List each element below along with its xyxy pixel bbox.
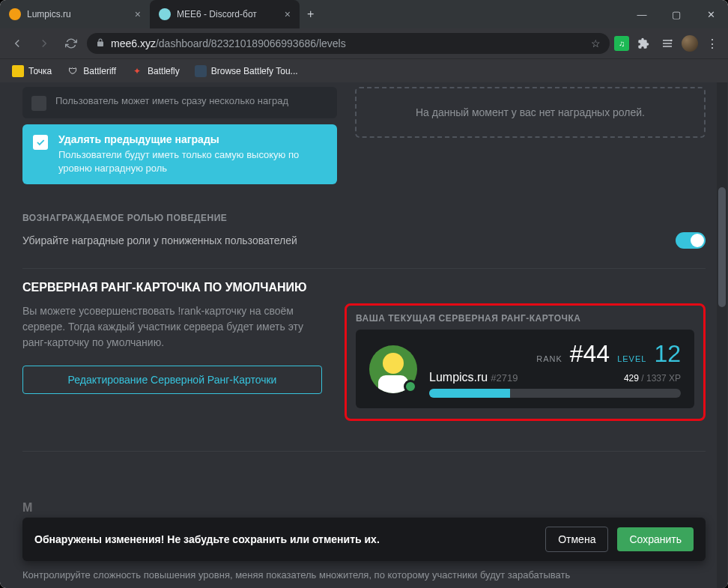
bookmark-icon (195, 65, 207, 77)
reload-button[interactable] (60, 32, 82, 55)
forward-button[interactable] (33, 32, 55, 55)
bookmark-label: Battleriff (83, 66, 116, 76)
rank-card-preview-container: ВАША ТЕКУЩАЯ СЕРВЕРНАЯ РАНГ-КАРТОЧКА RAN… (345, 303, 706, 421)
tab-title: Lumpics.ru (27, 9, 129, 19)
browser-window: Lumpics.ru × MEE6 - Discord-бот × + — ▢ … (0, 0, 728, 588)
extensions-icon[interactable] (634, 34, 653, 53)
close-icon[interactable]: × (135, 8, 141, 20)
toggle-behavior[interactable] (676, 232, 706, 249)
star-icon[interactable]: ☆ (591, 37, 601, 49)
back-button[interactable] (6, 32, 28, 55)
checkbox-checked-icon (33, 135, 48, 150)
option-remove-previous[interactable]: Удалять предыдущие награды Пользователи … (22, 124, 337, 184)
extension-icon[interactable]: ♫ (614, 36, 629, 51)
bookmark-icon: 🛡 (67, 65, 79, 77)
xp-text: 429 / 1337 XP (624, 373, 681, 384)
section-heading-behavior: ВОЗНАГРАЖДАЕМОЕ РОЛЬЮ ПОВЕДЕНИЕ (22, 213, 706, 223)
minimize-icon[interactable]: — (625, 0, 659, 28)
option-stacked-rewards[interactable]: Пользователь может иметь сразу несколько… (22, 87, 337, 118)
bookmark-label: Battlefly (148, 66, 180, 76)
bookmark-item[interactable]: 🛡Battleriff (61, 62, 122, 80)
url-domain: mee6.xyz/dashboard/823210189066993686/le… (111, 37, 346, 49)
divider (22, 268, 706, 269)
level-label: LEVEL (617, 354, 646, 363)
bookmark-label: Browse Battlefy Tou... (211, 66, 298, 76)
divider (22, 451, 706, 452)
bookmark-label: Точка (28, 66, 52, 76)
multiplier-desc: Контролируйте сложность повышения уровня… (22, 569, 706, 581)
bookmark-item[interactable]: Точка (6, 62, 58, 80)
section-heading-multiplier: М (22, 501, 32, 515)
new-tab-button[interactable]: + (300, 0, 321, 28)
maximize-icon[interactable]: ▢ (659, 0, 694, 28)
bookmark-icon (12, 65, 24, 77)
tab-inactive[interactable]: Lumpics.ru × (0, 0, 150, 28)
page-content: Пользователь может иметь сразу несколько… (0, 82, 728, 588)
rank-card: RANK #44 LEVEL 12 Lumpics.ru#2719 429 / … (356, 330, 694, 408)
lock-icon (96, 37, 105, 49)
bookmark-icon: ✦ (131, 65, 143, 77)
checkbox-empty-icon (31, 96, 46, 111)
titlebar: Lumpics.ru × MEE6 - Discord-бот × + — ▢ … (0, 0, 728, 28)
option-desc: Пользователи будут иметь только самую вы… (58, 148, 327, 175)
avatar (369, 345, 417, 393)
media-icon[interactable] (658, 34, 677, 53)
save-bar-message: Обнаружены изменения! Не забудьте сохран… (34, 533, 536, 545)
avatar[interactable] (682, 35, 698, 52)
address-bar: mee6.xyz/dashboard/823210189066993686/le… (0, 28, 728, 58)
option-desc: Пользователь может иметь сразу несколько… (55, 94, 288, 108)
xp-progress-bar (429, 389, 681, 398)
rank-value: #44 (570, 340, 610, 368)
bookmarks-bar: Точка 🛡Battleriff ✦Battlefly Browse Batt… (0, 58, 728, 82)
tab-title: MEE6 - Discord-бот (177, 9, 279, 19)
favicon-icon (9, 8, 21, 20)
rank-desc: Вы можете усовершенствовать !rank-карточ… (22, 303, 322, 351)
bookmark-item[interactable]: Browse Battlefy Tou... (189, 62, 304, 80)
section-heading-rank: СЕРВЕРНАЯ РАНГ-КАРТОЧКА ПО УМОЛЧАНИЮ (0, 281, 728, 303)
cancel-button[interactable]: Отмена (545, 527, 608, 552)
username: Lumpics.ru#2719 (429, 371, 518, 384)
scrollbar[interactable] (717, 82, 727, 588)
window-controls: — ▢ ✕ (625, 0, 728, 28)
empty-roles-placeholder: На данный момент у вас нет наградных рол… (355, 87, 706, 138)
scroll-thumb[interactable] (718, 187, 726, 307)
favicon-icon (159, 8, 171, 20)
unsaved-changes-bar: Обнаружены изменения! Не забудьте сохран… (22, 518, 706, 561)
close-icon[interactable]: ✕ (694, 0, 728, 28)
menu-icon[interactable]: ⋮ (703, 34, 722, 53)
rank-label: RANK (536, 354, 562, 363)
close-icon[interactable]: × (285, 8, 291, 20)
omnibox[interactable]: mee6.xyz/dashboard/823210189066993686/le… (87, 33, 610, 54)
option-title: Удалять предыдущие награды (58, 133, 327, 145)
rank-card-title: ВАША ТЕКУЩАЯ СЕРВЕРНАЯ РАНГ-КАРТОЧКА (356, 313, 694, 324)
tab-active[interactable]: MEE6 - Discord-бот × (150, 0, 300, 28)
save-button[interactable]: Сохранить (617, 527, 694, 551)
level-value: 12 (654, 340, 681, 368)
bookmark-item[interactable]: ✦Battlefly (125, 62, 186, 80)
behavior-label: Убирайте наградные роли у пониженных пол… (22, 234, 297, 246)
svg-point-0 (671, 40, 672, 40)
status-online-icon (404, 380, 417, 393)
edit-rank-card-button[interactable]: Редактирование Серверной Ранг-Карточки (22, 366, 322, 394)
